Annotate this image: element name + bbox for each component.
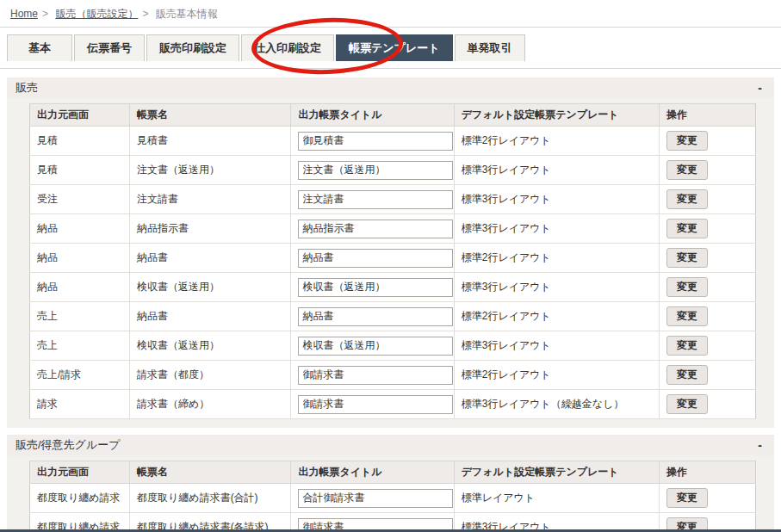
form-name-cell: 納品指示書 xyxy=(130,214,291,244)
breadcrumb-item: 販売基本情報 xyxy=(156,8,218,20)
tab-inactive[interactable]: 仕入印刷設定 xyxy=(241,34,334,61)
form-name-cell: 見積書 xyxy=(130,127,291,156)
action-cell: 変更 xyxy=(659,390,755,419)
output-title-input[interactable] xyxy=(298,249,453,268)
tab-inactive[interactable]: 基本 xyxy=(7,34,72,61)
column-header: 出力元画面 xyxy=(30,461,130,484)
table-row: 納品 納品書 標準2行レイアウト 変更 xyxy=(30,244,756,273)
output-title-input[interactable] xyxy=(298,489,453,508)
form-name-cell: 請求書（締め） xyxy=(130,390,291,419)
source-screen-cell: 納品 xyxy=(30,244,130,273)
action-cell: 変更 xyxy=(659,302,755,331)
table-header-row: 出力元画面帳票名出力帳票タイトルデフォルト設定帳票テンプレート操作 xyxy=(30,461,756,484)
table-row: 受注 注文請書 標準3行レイアウト 変更 xyxy=(30,185,756,214)
breadcrumb-separator: > xyxy=(42,8,48,20)
default-template-cell: 標準2行レイアウト xyxy=(454,127,659,156)
column-header: 出力元画面 xyxy=(30,104,130,127)
form-name-cell: 検収書（返送用） xyxy=(130,331,291,361)
sections-container: 販売 - 出力元画面帳票名出力帳票タイトルデフォルト設定帳票テンプレート操作 見… xyxy=(0,77,781,532)
change-button[interactable]: 変更 xyxy=(666,336,708,356)
source-screen-cell: 納品 xyxy=(30,273,130,302)
source-screen-cell: 請求 xyxy=(30,390,130,419)
default-template-cell: 標準2行レイアウト xyxy=(454,244,659,273)
section-title: 販売/得意先グループ xyxy=(15,437,121,453)
source-screen-cell: 見積 xyxy=(30,127,130,156)
breadcrumb-item[interactable]: Home xyxy=(10,8,38,20)
output-title-input[interactable] xyxy=(298,395,453,414)
change-button[interactable]: 変更 xyxy=(666,394,708,414)
action-cell: 変更 xyxy=(659,361,755,390)
section-panel: 販売/得意先グループ - 出力元画面帳票名出力帳票タイトルデフォルト設定帳票テン… xyxy=(7,435,774,532)
output-title-input[interactable] xyxy=(298,337,453,356)
change-button[interactable]: 変更 xyxy=(666,365,708,385)
column-header: デフォルト設定帳票テンプレート xyxy=(454,104,659,127)
action-cell: 変更 xyxy=(659,185,755,214)
table-header-row: 出力元画面帳票名出力帳票タイトルデフォルト設定帳票テンプレート操作 xyxy=(30,104,756,127)
output-title-input[interactable] xyxy=(298,161,453,180)
form-name-cell: 納品書 xyxy=(130,302,291,331)
action-cell: 変更 xyxy=(659,273,755,302)
change-button[interactable]: 変更 xyxy=(666,160,708,180)
breadcrumb-separator: > xyxy=(142,8,148,20)
form-name-cell: 注文請書 xyxy=(130,185,291,214)
output-title-input[interactable] xyxy=(298,366,453,385)
default-template-cell: 標準3行レイアウト xyxy=(454,185,659,214)
change-button[interactable]: 変更 xyxy=(666,248,708,268)
tab-bar-divider xyxy=(0,68,781,69)
output-title-cell xyxy=(291,214,454,244)
change-button[interactable]: 変更 xyxy=(666,219,708,238)
change-button[interactable]: 変更 xyxy=(666,131,708,151)
change-button[interactable]: 変更 xyxy=(666,277,708,297)
output-title-input[interactable] xyxy=(298,220,453,238)
output-title-input[interactable] xyxy=(298,132,453,151)
tab-inactive[interactable]: 単発取引 xyxy=(455,34,525,61)
column-header: 出力帳票タイトル xyxy=(291,461,454,484)
change-button[interactable]: 変更 xyxy=(666,306,708,326)
section-body: 出力元画面帳票名出力帳票タイトルデフォルト設定帳票テンプレート操作 見積 見積書… xyxy=(7,98,774,428)
default-template-cell: 標準3行レイアウト（繰越金なし） xyxy=(454,390,659,419)
output-title-cell xyxy=(291,302,454,331)
action-cell: 変更 xyxy=(659,214,755,244)
table-row: 売上 納品書 標準2行レイアウト 変更 xyxy=(30,302,756,331)
output-title-cell xyxy=(291,361,454,390)
form-name-cell: 都度取り纏め請求書(合計) xyxy=(130,484,291,513)
output-title-cell xyxy=(291,185,454,214)
output-title-input[interactable] xyxy=(298,278,453,297)
collapse-minus-icon[interactable]: - xyxy=(754,439,766,451)
default-template-cell: 標準2行レイアウト xyxy=(454,361,659,390)
tab-bar: 基本 伝票番号 販売印刷設定 仕入印刷設定 帳票テンプレート 単発取引 xyxy=(7,34,781,61)
collapse-minus-icon[interactable]: - xyxy=(754,82,766,94)
tab-active[interactable]: 帳票テンプレート xyxy=(336,34,453,61)
output-title-input[interactable] xyxy=(298,190,453,209)
section-title: 販売 xyxy=(15,80,38,96)
section-panel: 販売 - 出力元画面帳票名出力帳票タイトルデフォルト設定帳票テンプレート操作 見… xyxy=(7,77,774,428)
column-header: 操作 xyxy=(659,461,755,484)
column-header: 帳票名 xyxy=(130,461,291,484)
default-template-cell: 標準3行レイアウト xyxy=(454,273,659,302)
source-screen-cell: 受注 xyxy=(30,185,130,214)
form-name-cell: 請求書（都度） xyxy=(130,361,291,390)
output-title-cell xyxy=(291,156,454,185)
forms-table: 出力元画面帳票名出力帳票タイトルデフォルト設定帳票テンプレート操作 見積 見積書… xyxy=(29,103,756,419)
change-button[interactable]: 変更 xyxy=(666,189,708,209)
output-title-input[interactable] xyxy=(298,307,453,326)
change-button[interactable]: 変更 xyxy=(666,488,708,508)
table-row: 見積 見積書 標準2行レイアウト 変更 xyxy=(30,127,756,156)
source-screen-cell: 納品 xyxy=(30,214,130,244)
form-name-cell: 検収書（返送用） xyxy=(130,273,291,302)
default-template-cell: 標準3行レイアウト xyxy=(454,331,659,361)
table-row: 都度取り纏め請求 都度取り纏め請求書(合計) 標準レイアウト 変更 xyxy=(30,484,756,513)
output-title-cell xyxy=(291,484,454,513)
section-body: 出力元画面帳票名出力帳票タイトルデフォルト設定帳票テンプレート操作 都度取り纏め… xyxy=(7,455,774,532)
default-template-cell: 標準3行レイアウト xyxy=(454,156,659,185)
action-cell: 変更 xyxy=(659,331,755,361)
breadcrumb-item[interactable]: 販売（販売設定） xyxy=(55,8,138,20)
forms-table: 出力元画面帳票名出力帳票タイトルデフォルト設定帳票テンプレート操作 都度取り纏め… xyxy=(29,461,756,532)
tab-inactive[interactable]: 販売印刷設定 xyxy=(146,34,239,61)
table-row: 納品 納品指示書 標準3行レイアウト 変更 xyxy=(30,214,756,244)
output-title-cell xyxy=(291,390,454,419)
tab-inactive[interactable]: 伝票番号 xyxy=(74,34,145,61)
form-name-cell: 注文書（返送用） xyxy=(130,156,291,185)
table-row: 売上/請求 請求書（都度） 標準2行レイアウト 変更 xyxy=(30,361,756,390)
column-header: 操作 xyxy=(659,104,755,127)
